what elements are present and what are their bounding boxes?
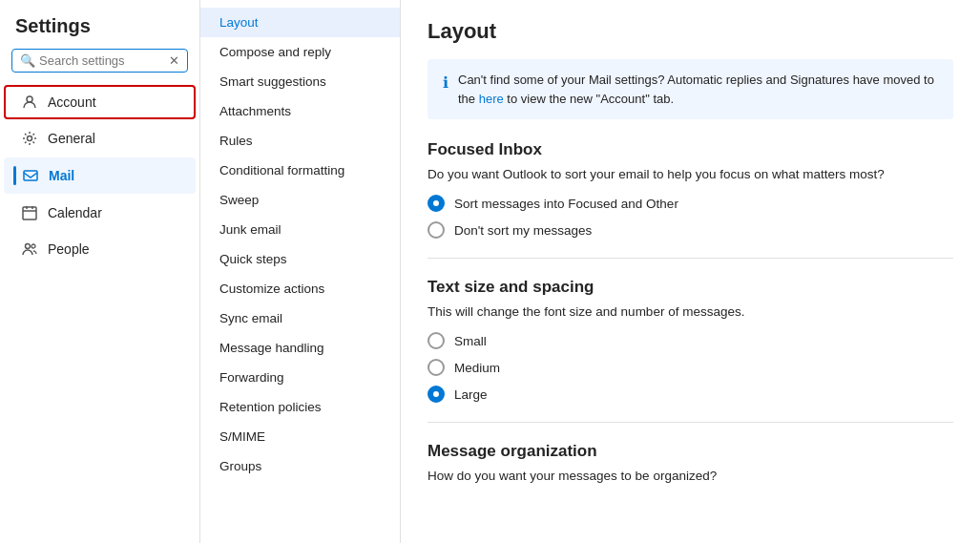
person-icon xyxy=(21,94,38,111)
middle-item-smime[interactable]: S/MIME xyxy=(200,422,400,451)
sidebar-item-account[interactable]: Account xyxy=(4,85,196,119)
middle-item-handling[interactable]: Message handling xyxy=(200,333,400,363)
info-icon: ℹ xyxy=(443,72,448,94)
divider-1 xyxy=(427,258,953,259)
middle-item-attachments[interactable]: Attachments xyxy=(200,96,400,126)
middle-item-retention[interactable]: Retention policies xyxy=(200,392,400,422)
people-icon xyxy=(21,240,38,258)
text-size-option-medium[interactable]: Medium xyxy=(427,359,953,376)
text-size-desc: This will change the font size and numbe… xyxy=(427,304,953,319)
sidebar-item-general-label: General xyxy=(48,131,95,146)
sidebar-item-general[interactable]: General xyxy=(4,121,196,156)
close-icon[interactable]: ✕ xyxy=(169,53,179,68)
svg-point-0 xyxy=(27,96,32,102)
search-input[interactable] xyxy=(39,53,165,68)
banner-text2: to view the new "Account" tab. xyxy=(507,92,674,106)
middle-item-groups[interactable]: Groups xyxy=(200,451,400,481)
radio-small[interactable] xyxy=(427,332,445,349)
sidebar-title: Settings xyxy=(0,15,199,49)
svg-rect-3 xyxy=(23,207,36,219)
middle-item-rules[interactable]: Rules xyxy=(200,126,400,156)
mail-icon xyxy=(22,167,39,184)
middle-column: Layout Compose and reply Smart suggestio… xyxy=(200,0,401,543)
calendar-icon xyxy=(21,204,38,221)
text-size-option-large[interactable]: Large xyxy=(427,386,953,403)
text-size-small-label: Small xyxy=(454,334,487,348)
search-icon: 🔍 xyxy=(20,53,35,68)
middle-item-forwarding[interactable]: Forwarding xyxy=(200,363,400,392)
middle-item-smart[interactable]: Smart suggestions xyxy=(200,67,400,96)
info-banner: ℹ Can't find some of your Mail settings?… xyxy=(427,59,953,119)
settings-icon xyxy=(21,130,38,147)
sidebar-item-people[interactable]: People xyxy=(4,232,196,266)
sidebar-item-mail[interactable]: Mail xyxy=(4,157,196,194)
middle-item-quicksteps[interactable]: Quick steps xyxy=(200,244,400,274)
svg-point-5 xyxy=(31,244,35,248)
sidebar-item-calendar-label: Calendar xyxy=(48,205,102,220)
text-size-large-label: Large xyxy=(454,387,488,402)
middle-item-junk[interactable]: Junk email xyxy=(200,215,400,244)
focused-inbox-sort-label: Sort messages into Focused and Other xyxy=(454,197,678,211)
text-size-title: Text size and spacing xyxy=(427,278,953,297)
middle-item-layout[interactable]: Layout xyxy=(200,8,400,37)
middle-item-conditional[interactable]: Conditional formatting xyxy=(200,156,400,185)
sidebar-item-calendar[interactable]: Calendar xyxy=(4,196,196,230)
banner-text: Can't find some of your Mail settings? A… xyxy=(458,71,938,108)
focused-inbox-option-sort[interactable]: Sort messages into Focused and Other xyxy=(427,195,953,212)
svg-rect-2 xyxy=(24,171,37,180)
main-content: Layout ℹ Can't find some of your Mail se… xyxy=(401,0,980,543)
active-indicator xyxy=(13,166,16,185)
message-org-desc: How do you want your messages to be orga… xyxy=(427,469,953,483)
banner-link[interactable]: here xyxy=(479,92,504,106)
divider-2 xyxy=(427,422,953,423)
radio-nosort[interactable] xyxy=(427,221,445,239)
middle-item-sweep[interactable]: Sweep xyxy=(200,185,400,215)
svg-point-4 xyxy=(26,244,31,249)
focused-inbox-nosort-label: Don't sort my messages xyxy=(454,223,592,238)
middle-item-compose[interactable]: Compose and reply xyxy=(200,37,400,67)
focused-inbox-title: Focused Inbox xyxy=(427,140,953,159)
radio-medium[interactable] xyxy=(427,359,445,376)
focused-inbox-section: Focused Inbox Do you want Outlook to sor… xyxy=(427,140,953,239)
focused-inbox-desc: Do you want Outlook to sort your email t… xyxy=(427,167,953,181)
text-size-option-small[interactable]: Small xyxy=(427,332,953,349)
sidebar-item-account-label: Account xyxy=(48,94,96,110)
sidebar-item-people-label: People xyxy=(48,241,90,257)
sidebar: Settings 🔍 ✕ Account General Mail Calend… xyxy=(0,0,200,543)
message-org-title: Message organization xyxy=(427,442,953,461)
radio-sort-selected[interactable] xyxy=(427,195,445,212)
middle-item-sync[interactable]: Sync email xyxy=(200,303,400,333)
sidebar-item-mail-label: Mail xyxy=(49,168,74,183)
middle-item-customize[interactable]: Customize actions xyxy=(200,274,400,303)
svg-point-1 xyxy=(28,136,32,141)
search-box[interactable]: 🔍 ✕ xyxy=(11,49,188,73)
text-size-medium-label: Medium xyxy=(454,361,500,375)
focused-inbox-option-nosort[interactable]: Don't sort my messages xyxy=(427,221,953,239)
page-title: Layout xyxy=(427,19,953,44)
text-size-section: Text size and spacing This will change t… xyxy=(427,278,953,403)
radio-large-selected[interactable] xyxy=(427,386,445,403)
message-org-section: Message organization How do you want you… xyxy=(427,442,953,483)
